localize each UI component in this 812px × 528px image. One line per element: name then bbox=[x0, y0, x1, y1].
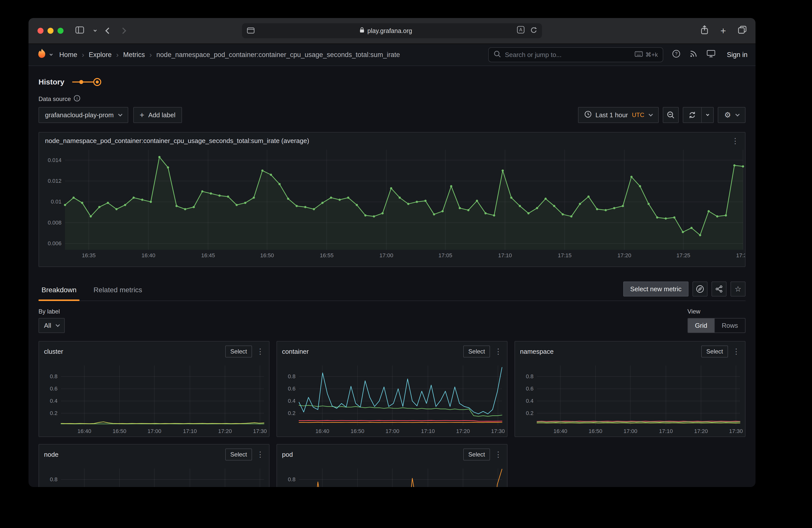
share-graph-button[interactable] bbox=[711, 281, 726, 296]
panel-menu-icon[interactable]: ⋮ bbox=[257, 451, 264, 458]
view-option-grid[interactable]: Grid bbox=[688, 319, 714, 333]
node-chart[interactable]: 0.20.40.60.816:4016:5017:0017:1017:2017:… bbox=[41, 465, 267, 487]
svg-text:16:35: 16:35 bbox=[82, 252, 96, 259]
tab-overview-icon[interactable] bbox=[738, 26, 746, 36]
breadcrumb-current-metric: node_namespace_pod_container:container_c… bbox=[157, 51, 400, 59]
sign-in-link[interactable]: Sign in bbox=[727, 51, 748, 59]
new-tab-icon[interactable]: + bbox=[721, 26, 726, 35]
svg-text:0.8: 0.8 bbox=[288, 476, 295, 483]
svg-text:17:10: 17:10 bbox=[498, 252, 512, 259]
panel-menu-icon[interactable]: ⋮ bbox=[257, 348, 264, 355]
breadcrumb-home[interactable]: Home bbox=[59, 51, 77, 59]
svg-text:17:05: 17:05 bbox=[438, 252, 452, 259]
page-format-icon[interactable] bbox=[247, 26, 255, 35]
panel-menu-icon[interactable]: ⋮ bbox=[494, 348, 502, 355]
metric-graph-panel: node_namespace_pod_container:container_c… bbox=[39, 132, 745, 267]
select-label-button[interactable]: Select bbox=[225, 346, 252, 357]
time-range-picker[interactable]: Last 1 hour UTC bbox=[578, 107, 659, 123]
breakdown-panel-namespace: namespace Select ⋮ 0.20.40.60.816:4016:5… bbox=[514, 341, 745, 437]
pod-chart[interactable]: 0.20.40.60.816:4016:5017:0017:1017:2017:… bbox=[279, 465, 505, 487]
svg-text:17:30: 17:30 bbox=[491, 428, 505, 434]
breadcrumb-explore[interactable]: Explore bbox=[89, 51, 112, 59]
search-input[interactable] bbox=[505, 51, 631, 59]
svg-text:16:50: 16:50 bbox=[350, 428, 364, 434]
window-controls bbox=[38, 28, 63, 34]
monitor-icon[interactable] bbox=[707, 50, 715, 59]
panel-title: node_namespace_pod_container:container_c… bbox=[45, 137, 309, 145]
svg-text:0.006: 0.006 bbox=[48, 240, 61, 247]
tab-related-metrics[interactable]: Related metrics bbox=[90, 286, 145, 300]
breakdown-panel-title: cluster bbox=[44, 348, 63, 355]
refresh-split-button bbox=[683, 107, 714, 123]
breadcrumb: Home › Explore › Metrics › node_namespac… bbox=[59, 51, 400, 59]
reload-icon[interactable] bbox=[531, 26, 537, 35]
history-timeline[interactable] bbox=[72, 78, 101, 86]
clock-icon bbox=[584, 111, 592, 119]
back-icon[interactable] bbox=[105, 28, 112, 34]
datasource-picker[interactable]: grafanacloud-play-prom bbox=[39, 107, 128, 123]
sidebar-dropdown-icon[interactable] bbox=[93, 29, 97, 32]
view-option-rows[interactable]: Rows bbox=[714, 319, 745, 333]
news-rss-icon[interactable] bbox=[690, 50, 697, 59]
svg-text:A: A bbox=[519, 27, 522, 32]
select-label-button[interactable]: Select bbox=[463, 449, 490, 460]
svg-text:16:40: 16:40 bbox=[553, 428, 567, 434]
select-new-metric-button[interactable]: Select new metric bbox=[623, 281, 688, 296]
svg-text:i: i bbox=[77, 96, 78, 101]
org-switcher-chevron-icon[interactable] bbox=[49, 53, 53, 56]
explore-compass-button[interactable] bbox=[693, 281, 708, 296]
breadcrumb-separator-icon: › bbox=[149, 51, 152, 59]
container-chart[interactable]: 0.20.40.60.816:4016:5017:0017:1017:2017:… bbox=[279, 362, 505, 436]
cluster-chart[interactable]: 0.20.40.60.816:4016:5017:0017:1017:2017:… bbox=[41, 362, 267, 436]
translate-icon[interactable]: A bbox=[517, 26, 524, 35]
svg-text:16:50: 16:50 bbox=[260, 252, 274, 259]
cpu-usage-chart[interactable]: 0.0060.0080.010.0120.01416:3516:4016:451… bbox=[39, 146, 745, 260]
address-bar[interactable]: play.grafana.org A bbox=[242, 23, 542, 38]
select-label-button[interactable]: Select bbox=[701, 346, 728, 357]
panel-menu-icon[interactable]: ⋮ bbox=[733, 348, 740, 355]
history-step-icon[interactable] bbox=[79, 80, 83, 84]
namespace-chart[interactable]: 0.20.40.60.816:4016:5017:0017:1017:2017:… bbox=[517, 362, 743, 436]
grafana-logo[interactable] bbox=[37, 48, 47, 61]
select-label-button[interactable]: Select bbox=[225, 449, 252, 460]
refresh-button[interactable] bbox=[683, 107, 702, 123]
minimize-window-button[interactable] bbox=[47, 28, 54, 34]
screen: play.grafana.org A + bbox=[0, 0, 812, 528]
close-window-button[interactable] bbox=[38, 28, 44, 34]
zoom-window-button[interactable] bbox=[58, 28, 63, 34]
svg-text:0.014: 0.014 bbox=[48, 157, 61, 163]
svg-text:17:20: 17:20 bbox=[218, 428, 232, 434]
panel-menu-icon[interactable]: ⋮ bbox=[731, 137, 739, 145]
svg-text:?: ? bbox=[675, 51, 678, 56]
bookmark-star-button[interactable]: ☆ bbox=[730, 281, 745, 296]
svg-text:0.01: 0.01 bbox=[51, 199, 61, 205]
breadcrumb-metrics[interactable]: Metrics bbox=[123, 51, 145, 59]
sidebar-toggle-icon[interactable] bbox=[75, 26, 84, 35]
search-icon bbox=[494, 50, 501, 59]
svg-text:16:40: 16:40 bbox=[77, 428, 91, 434]
panel-menu-icon[interactable]: ⋮ bbox=[494, 451, 502, 458]
share-icon[interactable] bbox=[700, 25, 709, 36]
global-search[interactable]: ⌘+k bbox=[488, 47, 663, 62]
svg-text:0.4: 0.4 bbox=[526, 398, 534, 404]
history-current-step-icon[interactable] bbox=[93, 78, 101, 86]
select-label-button[interactable]: Select bbox=[463, 346, 490, 357]
svg-text:16:50: 16:50 bbox=[113, 428, 126, 434]
tab-breakdown[interactable]: Breakdown bbox=[39, 286, 79, 300]
zoom-out-button[interactable] bbox=[663, 107, 679, 123]
svg-text:0.008: 0.008 bbox=[48, 220, 61, 226]
info-icon: i bbox=[74, 95, 80, 103]
settings-button[interactable]: ⚙ bbox=[718, 107, 745, 123]
svg-text:0.8: 0.8 bbox=[50, 476, 58, 483]
svg-text:17:30: 17:30 bbox=[736, 252, 745, 259]
forward-icon[interactable] bbox=[120, 28, 126, 34]
breakdown-panel-title: container bbox=[282, 348, 309, 355]
refresh-interval-dropdown[interactable] bbox=[702, 107, 714, 123]
help-icon[interactable]: ? bbox=[672, 50, 680, 60]
grafana-navbar: Home › Explore › Metrics › node_namespac… bbox=[29, 44, 755, 66]
add-label-button[interactable]: + Add label bbox=[133, 107, 182, 123]
by-label-select[interactable]: All bbox=[39, 318, 65, 333]
breakdown-panel-title: node bbox=[44, 451, 58, 458]
svg-text:17:10: 17:10 bbox=[659, 428, 673, 434]
svg-text:0.4: 0.4 bbox=[50, 398, 58, 404]
